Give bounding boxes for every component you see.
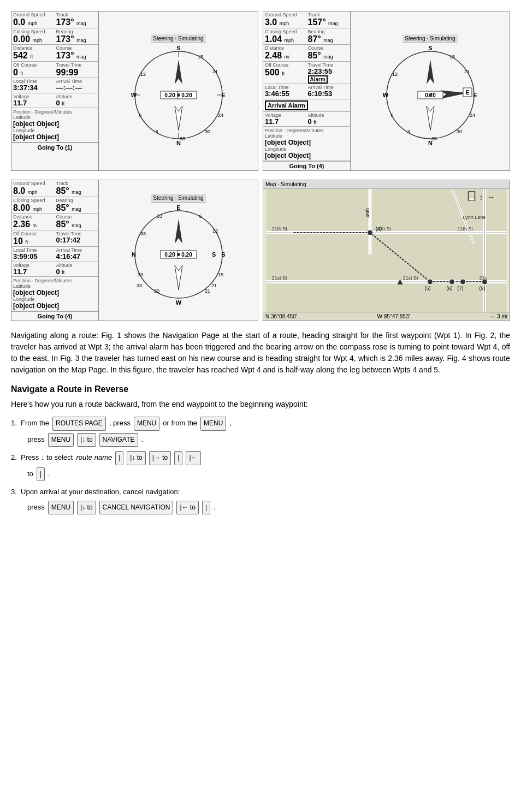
- svg-text:11th St: 11th St: [272, 226, 288, 232]
- fig2-steering-header: Steering · Simulating: [402, 34, 457, 43]
- svg-text:S: S: [221, 251, 225, 258]
- svg-point-93: [460, 279, 466, 285]
- figure-1-panel: Ground Speed 0.0 mph Track 173° mag Clos…: [11, 11, 258, 171]
- svg-text:3: 3: [407, 129, 410, 134]
- fig1-gs-label: Ground Speed: [13, 12, 54, 17]
- fig1-data: Ground Speed 0.0 mph Track 173° mag Clos…: [11, 11, 99, 170]
- svg-text:15: 15: [217, 272, 223, 277]
- reverse-route-intro: Here's how you run a route backward, fro…: [11, 399, 510, 410]
- step2-down-key: |↓ to: [127, 451, 145, 465]
- svg-text:21: 21: [204, 288, 210, 294]
- map-scale: ↔ 3 mi: [490, 313, 507, 319]
- svg-text:15: 15: [449, 54, 454, 60]
- svg-point-95: [482, 279, 488, 285]
- svg-text:45th: 45th: [365, 208, 370, 218]
- svg-text:12: 12: [392, 72, 397, 77]
- fig1-speed-track-row: Ground Speed 0.0 mph Track 173° mag: [11, 11, 98, 28]
- step2-bar2-key: |: [174, 451, 182, 465]
- step1-routes-key: ROUTES PAGE: [52, 417, 106, 431]
- svg-text:12: 12: [212, 228, 217, 234]
- svg-text:21: 21: [464, 69, 469, 74]
- fig1-compass-svg: S E W N 15 21 24 30 33 3 6 12 0.20: [127, 43, 230, 147]
- svg-text:(5): (5): [425, 286, 431, 291]
- svg-text:S: S: [428, 45, 432, 51]
- step3-bar-key: |: [202, 501, 210, 515]
- svg-text:(4): (4): [376, 226, 382, 232]
- alarm-badge: Alarm: [308, 75, 328, 84]
- svg-text:21st St: 21st St: [272, 275, 288, 281]
- svg-text:0.20: 0.20: [164, 92, 175, 98]
- figure-3-panel: Ground Speed 8.0 mph Track 85° mag Closi…: [11, 180, 258, 321]
- svg-text:11th St: 11th St: [458, 226, 473, 232]
- fig1-track-label: Track: [56, 12, 97, 17]
- svg-text:↔: ↔: [488, 193, 495, 201]
- step3-cancel-key: CANCEL NAVIGATION: [99, 501, 174, 515]
- svg-text:30: 30: [204, 129, 210, 134]
- map-lat: N 36°08.450': [265, 313, 297, 319]
- svg-text:N: N: [132, 251, 136, 258]
- svg-text:0.20: 0.20: [181, 252, 192, 258]
- svg-text:6: 6: [199, 214, 202, 219]
- svg-text:S: S: [212, 251, 216, 258]
- svg-text:33: 33: [140, 231, 145, 236]
- svg-text:S: S: [176, 45, 180, 51]
- svg-text:21: 21: [211, 283, 217, 288]
- svg-marker-38: [427, 106, 434, 131]
- svg-text:30: 30: [456, 129, 461, 134]
- svg-text:E: E: [221, 92, 225, 98]
- svg-text:(7): (7): [458, 286, 464, 291]
- step-1-row2: press MENU |↓ to NAVIGATE .: [27, 433, 510, 447]
- map-footer: N 36°08.450' W 95°47.853' ↔ 3 mi: [263, 312, 510, 321]
- svg-text:33: 33: [137, 283, 142, 288]
- svg-text:W: W: [382, 92, 388, 98]
- description-paragraph: Navigating along a route: Fig. 1 shows t…: [11, 330, 510, 376]
- map-header: Map · Simulating: [263, 180, 510, 189]
- svg-text:15: 15: [197, 54, 203, 60]
- svg-point-89: [428, 279, 433, 285]
- svg-marker-39: [441, 90, 466, 98]
- step-2-row2: to | .: [27, 467, 510, 482]
- step3-down-key: |↓ to: [77, 501, 96, 515]
- svg-text:33: 33: [157, 214, 162, 219]
- svg-text:(9): (9): [479, 286, 486, 291]
- map-svg: 45th 11th St 11th St 11th St Lynn Lane 2…: [263, 189, 510, 320]
- step1-menu3-key: MENU: [48, 433, 74, 447]
- fig2-data: Ground Speed 3.0 mph Track 157° mag Clos…: [263, 11, 351, 170]
- svg-text:3: 3: [155, 129, 158, 134]
- svg-marker-37: [427, 60, 434, 84]
- svg-rect-68: [267, 189, 507, 320]
- svg-text:33: 33: [431, 136, 436, 141]
- svg-text:21st St: 21st St: [403, 275, 419, 281]
- svg-text:E: E: [465, 89, 469, 96]
- step-2-row: 2. Press ↓ to select route name | |↓ to …: [11, 451, 510, 465]
- svg-point-63: [177, 253, 180, 256]
- fig1-going-to: Going To (1): [11, 143, 98, 152]
- fig2-going-to: Going To (4): [263, 161, 350, 170]
- svg-marker-58: [175, 265, 182, 290]
- fig1-gs-value: 0.0 mph: [13, 17, 54, 27]
- svg-text:6: 6: [390, 112, 393, 118]
- svg-text:E: E: [176, 204, 180, 211]
- svg-text:↕: ↕: [479, 193, 483, 201]
- fig1-track-value: 173° mag: [56, 17, 97, 27]
- step1-navigate-key: NAVIGATE: [99, 433, 138, 447]
- svg-point-44: [429, 93, 432, 97]
- step-3-row2: press MENU |↓ to CANCEL NAVIGATION |← to…: [27, 501, 510, 515]
- svg-point-23: [177, 93, 180, 97]
- fig3-going-to: Going To (4): [11, 311, 98, 321]
- svg-text:21: 21: [212, 69, 217, 74]
- svg-marker-57: [175, 219, 182, 244]
- step3-menu-key: MENU: [48, 501, 74, 515]
- map-lon: W 95°47.853': [377, 313, 410, 319]
- step-1-row: 1. From the ROUTES PAGE , press MENU or …: [11, 417, 510, 431]
- svg-text:0.20: 0.20: [164, 252, 175, 258]
- svg-text:W: W: [175, 299, 181, 306]
- step1-down-key: |↓ to: [77, 433, 96, 447]
- svg-point-91: [449, 279, 455, 285]
- step2-bar-key: |: [115, 451, 123, 465]
- svg-text:0.20: 0.20: [181, 92, 192, 98]
- step2-left-key: |←: [186, 451, 200, 465]
- fig2-compass: Steering · Simulating S E W N 15 21 24 3…: [351, 11, 510, 170]
- svg-text:E: E: [473, 92, 477, 98]
- fig3-compass: Steering · Simulating E S N W 6 12 15 21…: [99, 180, 258, 321]
